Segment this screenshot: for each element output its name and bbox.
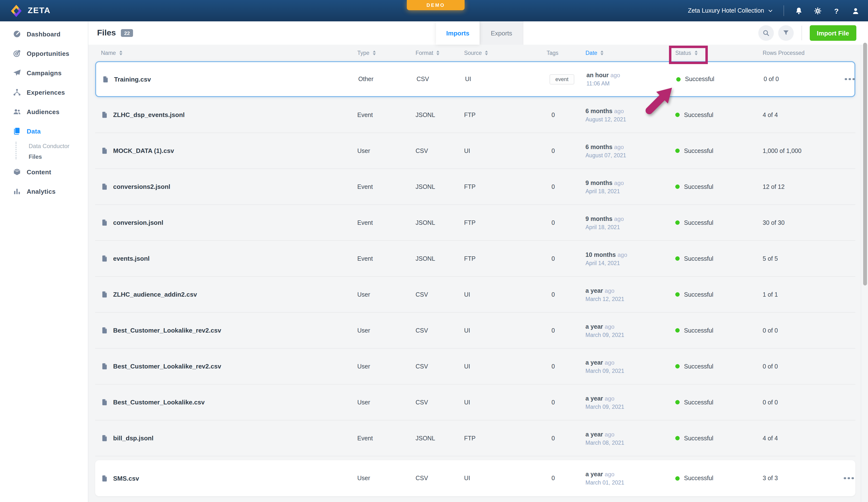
zeta-logo[interactable]: ZETA	[0, 4, 51, 17]
file-type-cell: Event	[357, 435, 415, 442]
sidebar-item-opportunities[interactable]: Opportunities	[0, 44, 88, 63]
toolbar-divider	[801, 26, 802, 40]
sort-arrows-icon	[694, 51, 698, 55]
table-row[interactable]: bill_dsp.jsonlEventJSONLFTP0a year agoMa…	[95, 420, 855, 457]
sidebar-item-dashboard[interactable]: Dashboard	[0, 24, 88, 44]
file-date-cell: a year agoMarch 01, 2021	[586, 471, 675, 485]
table-row[interactable]: ZLHC_audience_addin2.csvUserCSVUI0a year…	[95, 277, 855, 313]
import-file-button[interactable]: Import File	[809, 25, 856, 41]
sort-arrows-icon	[119, 51, 122, 55]
table-row[interactable]: Best_Customer_Lookalike_rev2.csvUserCSVU…	[95, 313, 855, 349]
file-tags-cell: 0	[547, 111, 586, 118]
file-tags-cell: 0	[547, 475, 586, 482]
user-icon[interactable]	[851, 6, 860, 15]
table-row[interactable]: Best_Customer_Lookalike.csvUserCSVUI0a y…	[95, 385, 855, 420]
rows-processed-cell: 5 of 5	[763, 255, 843, 262]
app-window: ZETA DEMO Zeta Luxury Hotel Collection ?…	[0, 0, 868, 502]
file-name-cell: bill_dsp.jsonl	[95, 434, 357, 442]
help-icon[interactable]: ?	[832, 6, 841, 15]
file-type-cell: Event	[357, 111, 415, 118]
sort-arrows-icon	[485, 51, 488, 55]
table-row[interactable]: events.jsonlEventJSONLFTP010 months agoA…	[95, 241, 855, 277]
table-row[interactable]: SMS.csvUserCSVUI0a year agoMarch 01, 202…	[95, 460, 855, 496]
date-relative: a year	[586, 395, 603, 402]
status-label: Successful	[684, 147, 713, 154]
rows-processed-cell: 1,000 of 1,000	[763, 147, 843, 154]
table-row[interactable]: MOCK_DATA (1).csvUserCSVUI06 months agoA…	[95, 133, 855, 169]
column-header-name[interactable]: Name	[95, 50, 357, 56]
sidebar-item-label: Campaigns	[27, 69, 62, 76]
rows-processed-cell: 3 of 3	[763, 475, 843, 482]
file-type-cell: User	[357, 475, 415, 482]
file-source-cell: FTP	[464, 435, 547, 442]
column-header-status[interactable]: Status	[675, 50, 763, 56]
table-row[interactable]: ZLHC_dsp_events.jsonlEventJSONLFTP06 mon…	[95, 97, 855, 133]
column-header-type[interactable]: Type	[357, 50, 415, 56]
gear-icon[interactable]	[813, 6, 822, 15]
file-tags-cell: 0	[547, 291, 586, 298]
table-body: Training.csvOtherCSVUIeventan hour ago11…	[95, 61, 855, 496]
file-format-cell: JSONL	[415, 111, 464, 118]
sidebar-item-data-conductor[interactable]: Data Conductor	[0, 141, 88, 152]
file-tags-cell: 0	[547, 219, 586, 226]
dashboard-icon	[13, 30, 21, 38]
file-type-cell: User	[357, 363, 415, 370]
file-source-cell: UI	[464, 363, 547, 370]
rows-processed-cell: 4 of 4	[763, 435, 843, 442]
sidebar-item-experiences[interactable]: Experiences	[0, 83, 88, 102]
row-menu-button[interactable]	[844, 75, 856, 83]
table-row[interactable]: Training.csvOtherCSVUIeventan hour ago11…	[95, 61, 855, 97]
sidebar-item-analytics[interactable]: Analytics	[0, 182, 88, 201]
status-label: Successful	[684, 183, 713, 190]
filter-button[interactable]	[778, 25, 794, 41]
tab-imports[interactable]: Imports	[436, 21, 479, 45]
sidebar: DashboardOpportunitiesCampaignsExperienc…	[0, 21, 89, 502]
top-navbar: ZETA DEMO Zeta Luxury Hotel Collection ?	[0, 0, 868, 21]
sidebar-item-files[interactable]: Files	[0, 152, 88, 162]
file-source-cell: UI	[465, 76, 548, 83]
date-absolute: April 18, 2021	[586, 224, 675, 230]
scrollbar-thumb[interactable]	[863, 43, 867, 286]
column-header-tags: Tags	[547, 50, 586, 56]
rows-processed-cell: 4 of 4	[763, 111, 843, 118]
file-format-cell: JSONL	[415, 255, 464, 262]
tab-exports[interactable]: Exports	[479, 21, 523, 45]
date-relative: 6 months	[586, 143, 612, 150]
date-ago-label: ago	[618, 251, 627, 258]
status-dot-icon	[676, 77, 681, 81]
file-date-cell: a year agoMarch 12, 2021	[586, 287, 675, 302]
date-absolute: March 12, 2021	[586, 296, 675, 302]
sidebar-item-campaigns[interactable]: Campaigns	[0, 63, 88, 83]
file-status-cell: Successful	[675, 399, 763, 406]
search-button[interactable]	[758, 25, 774, 41]
file-status-cell: Successful	[675, 147, 763, 154]
sidebar-item-content[interactable]: Content	[0, 162, 88, 182]
account-selector[interactable]: Zeta Luxury Hotel Collection	[688, 7, 773, 14]
sidebar-item-audiences[interactable]: Audiences	[0, 102, 88, 121]
sort-arrows-icon	[373, 51, 376, 55]
column-header-date[interactable]: Date	[586, 50, 675, 56]
tag-count: 0	[549, 399, 555, 406]
column-header-format[interactable]: Format	[415, 50, 464, 56]
column-header-label: Date	[586, 50, 597, 56]
file-icon	[101, 434, 108, 442]
column-header-source[interactable]: Source	[464, 50, 547, 56]
bell-icon[interactable]	[794, 6, 803, 15]
row-menu-button[interactable]	[843, 474, 855, 482]
table-row[interactable]: Best_Customer_Lookalike_rev2.csvUserCSVU…	[95, 349, 855, 385]
date-relative: 10 months	[586, 251, 616, 258]
date-absolute: March 08, 2021	[586, 440, 675, 445]
date-ago-label: ago	[604, 471, 614, 478]
table-row[interactable]: conversion.jsonlEventJSONLFTP09 months a…	[95, 205, 855, 241]
table-row[interactable]: conversions2.jsonlEventJSONLFTP09 months…	[95, 169, 855, 205]
sidebar-item-data[interactable]: Data	[0, 121, 88, 141]
rows-processed-cell: 0 of 0	[763, 399, 843, 406]
file-name-cell: ZLHC_audience_addin2.csv	[95, 291, 357, 298]
file-name: ZLHC_dsp_events.jsonl	[113, 111, 185, 119]
gear-icon	[813, 7, 822, 15]
opportunities-icon	[13, 49, 21, 58]
file-format-cell: CSV	[415, 363, 464, 370]
status-label: Successful	[684, 219, 713, 226]
rows-processed-cell: 1 of 1	[763, 291, 843, 298]
row-actions-cell	[844, 75, 856, 83]
